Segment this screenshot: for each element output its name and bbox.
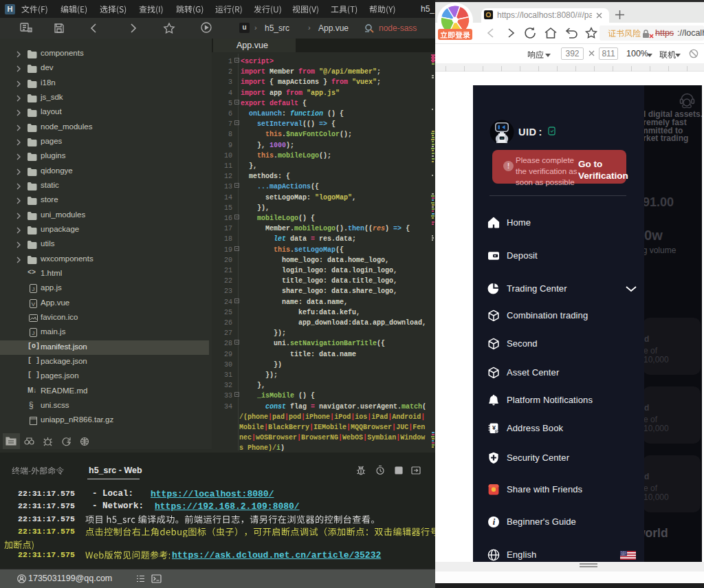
svg-text:J: J <box>32 330 35 336</box>
svg-text:i: i <box>493 517 496 527</box>
svg-text:J: J <box>32 286 35 292</box>
svg-text:V: V <box>32 301 36 307</box>
svg-text:¥: ¥ <box>492 424 496 431</box>
